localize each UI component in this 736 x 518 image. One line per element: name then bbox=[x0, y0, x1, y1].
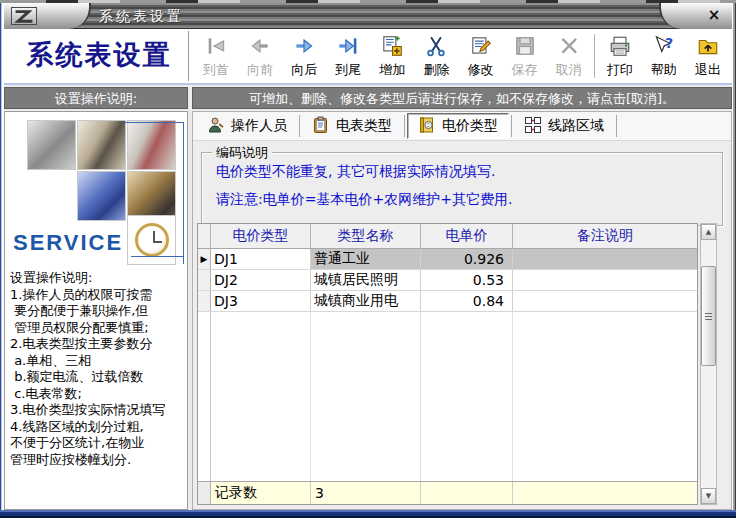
delete-icon bbox=[424, 34, 448, 61]
price-type-grid: 电价类型 类型名称 电单价 备注说明 ▶ DJ1 普通工业 0.926 DJ2 … bbox=[197, 223, 698, 505]
exit-label: 退出 bbox=[695, 61, 721, 79]
table-row[interactable]: DJ3 城镇商业用电 0.84 bbox=[198, 291, 697, 312]
column-header-remark[interactable]: 备注说明 bbox=[513, 224, 697, 248]
record-count-value: 3 bbox=[311, 482, 421, 504]
filler-cell bbox=[421, 312, 513, 481]
window-border-left bbox=[0, 3, 4, 518]
keyboard-photo bbox=[77, 171, 126, 221]
exit-button[interactable]: 退出 bbox=[686, 31, 730, 83]
cell-unit-price[interactable]: 0.53 bbox=[421, 270, 513, 290]
cell-type-name[interactable]: 城镇商业用电 bbox=[311, 291, 421, 311]
scrollbar-thumb[interactable] bbox=[701, 266, 716, 366]
modify-label: 修改 bbox=[468, 61, 494, 79]
add-button[interactable]: 增加 bbox=[370, 31, 414, 83]
delete-button[interactable]: 删除 bbox=[414, 31, 458, 83]
scrollbar-grip bbox=[705, 313, 712, 321]
tab-meter-type-label: 电表类型 bbox=[336, 117, 392, 135]
toolbar-separator bbox=[594, 34, 595, 78]
grid-header-row: 电价类型 类型名称 电单价 备注说明 bbox=[198, 224, 697, 249]
line-area-icon bbox=[524, 116, 542, 137]
row-indicator bbox=[198, 270, 211, 290]
next-button[interactable]: 向后 bbox=[282, 31, 326, 83]
service-wordmark: SERVICE bbox=[13, 230, 123, 256]
tab-operators[interactable]: 操作人员 bbox=[197, 113, 297, 139]
exit-icon bbox=[696, 34, 720, 61]
pens-photo bbox=[127, 120, 176, 170]
window-border-bottom bbox=[0, 510, 736, 518]
grid-vertical-scrollbar[interactable]: ▲ ▼ bbox=[700, 223, 717, 505]
instruction-line: 4.线路区域的划分过粗, bbox=[10, 419, 186, 436]
filler-cell bbox=[513, 312, 697, 481]
tab-operators-label: 操作人员 bbox=[231, 117, 287, 135]
titlebar[interactable]: 系统表设置 × bbox=[3, 3, 733, 29]
modify-button[interactable]: 修改 bbox=[458, 31, 502, 83]
next-label: 向后 bbox=[291, 61, 317, 79]
tab-separator bbox=[404, 115, 405, 137]
indicator-column-header bbox=[198, 224, 211, 248]
cell-unit-price[interactable]: 0.84 bbox=[421, 291, 513, 311]
print-label: 打印 bbox=[607, 61, 633, 79]
tab-meter-type[interactable]: 电表类型 bbox=[302, 113, 402, 139]
instruction-line: 3.电价类型按实际情况填写 bbox=[10, 402, 186, 419]
svg-text:?: ? bbox=[665, 35, 673, 51]
scrollbar-track[interactable] bbox=[701, 240, 716, 488]
first-label: 到首 bbox=[203, 61, 229, 79]
filler-cell bbox=[211, 312, 311, 481]
modify-icon bbox=[469, 34, 493, 61]
cell-remark[interactable] bbox=[513, 270, 697, 290]
cell-type-name[interactable]: 普通工业 bbox=[311, 249, 421, 269]
cell-type-name[interactable]: 城镇居民照明 bbox=[311, 270, 421, 290]
footer-empty-cell bbox=[513, 482, 697, 504]
cell-price-type[interactable]: DJ3 bbox=[211, 291, 311, 311]
print-button[interactable]: 打印 bbox=[598, 31, 642, 83]
cell-remark[interactable] bbox=[513, 249, 697, 269]
tab-price-type[interactable]: 电价类型 bbox=[407, 113, 509, 139]
tool-photo bbox=[27, 120, 76, 170]
table-row[interactable]: DJ2 城镇居民照明 0.53 bbox=[198, 270, 697, 291]
scroll-up-button[interactable]: ▲ bbox=[701, 224, 716, 240]
cell-unit-price[interactable]: 0.926 bbox=[421, 249, 513, 269]
next-icon bbox=[292, 34, 316, 61]
grid-footer-row: 记录数 3 bbox=[198, 481, 697, 504]
page-title: 系统表设置 bbox=[10, 37, 188, 73]
save-icon bbox=[513, 34, 537, 61]
header-separator bbox=[188, 31, 189, 81]
grid-empty-area[interactable] bbox=[198, 312, 697, 481]
tab-line-area-label: 线路区域 bbox=[548, 117, 604, 135]
main-panel: 操作人员 电表类型 电价类型 线路区域 编码说明 电价类型不能重复, 其它可根据… bbox=[192, 111, 732, 510]
sidebar-header: 设置操作说明: bbox=[4, 87, 188, 109]
leather-photo bbox=[127, 171, 176, 221]
groupbox-line: 电价类型不能重复, 其它可根据实际情况填写. bbox=[216, 163, 722, 181]
scroll-down-button[interactable]: ▼ bbox=[701, 488, 716, 504]
cell-price-type[interactable]: DJ1 bbox=[211, 249, 311, 269]
operator-icon bbox=[207, 116, 225, 137]
column-header-price-type[interactable]: 电价类型 bbox=[211, 224, 311, 248]
decor-line-top bbox=[123, 122, 183, 123]
record-count-label: 记录数 bbox=[211, 482, 311, 504]
cell-remark[interactable] bbox=[513, 291, 697, 311]
column-header-unit-price[interactable]: 电单价 bbox=[421, 224, 513, 248]
price-type-icon bbox=[418, 116, 436, 137]
cell-price-type[interactable]: DJ2 bbox=[211, 270, 311, 290]
header-bar: 系统表设置 到首 向前 向后 到尾 增加 bbox=[4, 29, 732, 85]
tab-bar: 操作人员 电表类型 电价类型 线路区域 bbox=[193, 112, 731, 141]
instruction-line: 管理员权限分配要慎重; bbox=[10, 320, 186, 337]
first-button[interactable]: 到首 bbox=[194, 31, 238, 83]
instructions-text: 设置操作说明: 1.操作人员的权限可按需 要分配便于兼职操作,但 管理员权限分配… bbox=[10, 270, 186, 507]
prev-button[interactable]: 向前 bbox=[238, 31, 282, 83]
close-button[interactable]: × bbox=[705, 7, 723, 25]
table-row[interactable]: ▶ DJ1 普通工业 0.926 bbox=[198, 249, 697, 270]
encoding-groupbox: 编码说明 电价类型不能重复, 其它可根据实际情况填写. 请注意:电单价=基本电价… bbox=[201, 152, 723, 226]
cancel-button[interactable]: 取消 bbox=[547, 31, 591, 83]
footer-empty-cell bbox=[421, 482, 513, 504]
tab-line-area[interactable]: 线路区域 bbox=[514, 113, 614, 139]
last-button[interactable]: 到尾 bbox=[326, 31, 370, 83]
prev-icon bbox=[248, 34, 272, 61]
window-title: 系统表设置 bbox=[99, 8, 184, 26]
save-button[interactable]: 保存 bbox=[503, 31, 547, 83]
column-header-type-name[interactable]: 类型名称 bbox=[311, 224, 421, 248]
window-border-right bbox=[732, 3, 736, 518]
add-label: 增加 bbox=[379, 61, 405, 79]
instruction-line: 设置操作说明: bbox=[10, 270, 186, 287]
help-button[interactable]: ? 帮助 bbox=[642, 31, 686, 83]
